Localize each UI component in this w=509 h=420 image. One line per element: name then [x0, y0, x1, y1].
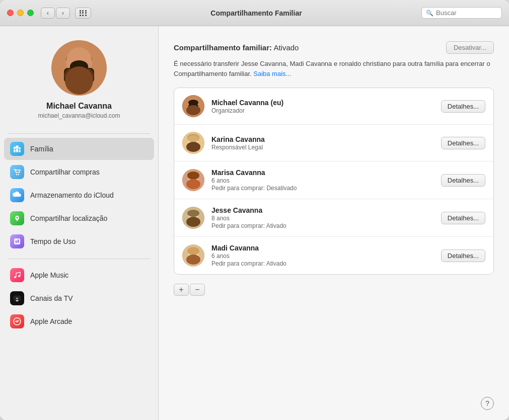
sidebar-item-label-localizacao: Compartilhar localização [30, 214, 107, 222]
member-row-madi: Madi Cavanna 6 anos Pedir para comprar: … [174, 237, 493, 274]
member-name-marisa: Marisa Cavanna [211, 169, 434, 177]
tv-icon-svg: tv [13, 294, 22, 303]
profile-name: Michael Cavanna [46, 102, 112, 111]
svg-rect-18 [14, 238, 20, 244]
icloud-icon [10, 188, 24, 202]
tv-icon: tv [10, 291, 24, 305]
profile-section: Michael Cavanna michael_cavanna@icloud.c… [0, 26, 158, 129]
sidebar-item-localizacao[interactable]: Compartilhar localização [4, 207, 154, 229]
member-info-madi: Madi Cavanna 6 anos Pedir para comprar: … [211, 244, 434, 267]
member-row-jesse: Jesse Cavanna 8 anos Pedir para comprar:… [174, 199, 493, 237]
window-title: Compartilhamento Familiar [96, 9, 416, 17]
avatar [51, 40, 107, 96]
icloud-icon-svg [13, 191, 22, 200]
search-icon: 🔍 [426, 10, 433, 17]
sidebar-item-familia[interactable]: Família [4, 138, 154, 160]
help-button[interactable]: ? [481, 397, 494, 410]
member-avatar-jesse [182, 207, 204, 229]
sidebar-item-label-tempo: Tempo de Uso [30, 237, 76, 245]
sidebar-item-label-icloud: Armazenamento do iCloud [30, 191, 114, 199]
sidebar-item-label-familia: Família [30, 145, 53, 153]
minimize-button[interactable] [17, 10, 24, 16]
profile-email: michael_cavanna@icloud.com [38, 112, 120, 119]
grid-icon [80, 10, 87, 16]
familia-icon [10, 142, 24, 156]
svg-point-49 [187, 247, 199, 255]
sidebar-group-1: Família Compartilhar compras [0, 138, 158, 254]
details-button-madi[interactable]: Detalhes... [441, 249, 485, 262]
member-role-karina: Responsável Legal [211, 144, 434, 151]
sidebar-item-label-arcade: Apple Arcade [30, 317, 72, 325]
grid-view-button[interactable] [75, 8, 91, 19]
member-row-karina: Karina Cavanna Responsável Legal Detalhe… [174, 125, 493, 161]
tempo-icon [10, 234, 24, 248]
learn-more-link[interactable]: Saiba mais... [253, 70, 291, 77]
sidebar-item-arcade[interactable]: Apple Arcade [4, 310, 154, 332]
compras-icon-svg [13, 167, 22, 177]
close-button[interactable] [7, 10, 14, 16]
sidebar-item-tv[interactable]: tv Canais da TV [4, 287, 154, 309]
details-button-marisa[interactable]: Detalhes... [441, 174, 485, 187]
add-member-button[interactable]: + [174, 284, 189, 296]
sidebar-item-compras[interactable]: Compartilhar compras [4, 161, 154, 183]
main-window: ‹ › Compartilhamento Familiar 🔍 [0, 0, 509, 420]
svg-point-7 [65, 66, 93, 95]
svg-point-27 [15, 321, 16, 322]
titlebar: ‹ › Compartilhamento Familiar 🔍 [0, 0, 509, 26]
svg-point-41 [187, 172, 199, 180]
member-avatar-michael [182, 95, 204, 117]
sidebar-divider-1 [8, 133, 150, 134]
deactivate-button[interactable]: Desativar... [446, 41, 494, 54]
sidebar-item-tempo[interactable]: Tempo de Uso [4, 230, 154, 253]
jesse-avatar-svg [182, 207, 204, 229]
member-role-jesse: 8 anos [211, 215, 434, 222]
nav-buttons: ‹ › [41, 8, 70, 19]
michael-avatar-svg [182, 95, 204, 117]
search-box[interactable]: 🔍 [421, 7, 502, 19]
familia-icon-svg [13, 144, 22, 153]
member-info-jesse: Jesse Cavanna 8 anos Pedir para comprar:… [211, 206, 434, 229]
member-extra-jesse: Pedir para comprar: Ativado [211, 222, 434, 229]
svg-point-38 [186, 142, 200, 152]
maximize-button[interactable] [27, 10, 34, 16]
svg-rect-8 [14, 149, 16, 152]
forward-button[interactable]: › [56, 8, 70, 19]
member-row-michael: Michael Cavanna (eu) Organizador Detalhe… [174, 88, 493, 125]
svg-point-28 [19, 320, 20, 321]
member-extra-madi: Pedir para comprar: Ativado [211, 260, 434, 267]
back-button[interactable]: ‹ [41, 8, 55, 19]
svg-point-11 [16, 145, 19, 148]
karina-avatar-svg [182, 132, 204, 154]
main-content: Michael Cavanna michael_cavanna@icloud.c… [0, 26, 509, 420]
sidebar-item-icloud[interactable]: Armazenamento do iCloud [4, 184, 154, 206]
compras-icon [10, 165, 24, 179]
bottom-actions: + − [174, 284, 494, 296]
svg-point-17 [17, 217, 18, 218]
arcade-icon-svg [13, 317, 22, 326]
member-row-marisa: Marisa Cavanna 6 anos Pedir para comprar… [174, 161, 493, 199]
svg-rect-12 [19, 150, 21, 152]
remove-member-button[interactable]: − [190, 284, 205, 296]
member-role-marisa: 6 anos [211, 177, 434, 184]
svg-point-50 [186, 255, 200, 265]
tempo-icon-svg [13, 237, 22, 246]
member-avatar-marisa [182, 169, 204, 191]
sidebar-item-music[interactable]: Apple Music [4, 264, 154, 286]
member-name-madi: Madi Cavanna [211, 244, 434, 252]
member-avatar-madi [182, 244, 204, 267]
details-button-michael[interactable]: Detalhes... [441, 100, 485, 113]
madi-avatar-svg [182, 244, 204, 267]
member-info-michael: Michael Cavanna (eu) Organizador [211, 99, 434, 114]
sidebar-item-label-compras: Compartilhar compras [30, 168, 100, 176]
members-list: Michael Cavanna (eu) Organizador Detalhe… [174, 88, 494, 275]
music-icon-svg [13, 271, 22, 280]
svg-point-37 [188, 135, 199, 142]
svg-point-14 [16, 174, 18, 176]
svg-point-13 [19, 147, 21, 149]
details-button-jesse[interactable]: Detalhes... [441, 212, 485, 224]
traffic-lights [7, 10, 34, 16]
search-input[interactable] [436, 9, 496, 17]
svg-rect-10 [16, 148, 18, 152]
details-button-karina[interactable]: Detalhes... [441, 137, 485, 149]
sharing-desc-text: É necessário transferir Jesse Cavanna, M… [174, 60, 490, 77]
